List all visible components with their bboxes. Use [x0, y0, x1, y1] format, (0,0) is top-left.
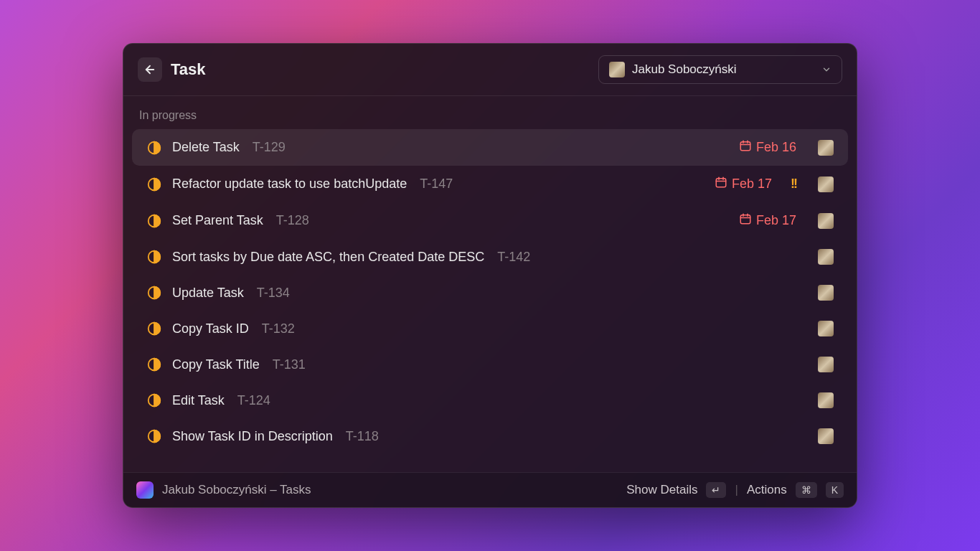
- task-title: Edit Task: [172, 393, 225, 408]
- task-list: Delete TaskT-129Feb 16Refactor update ta…: [123, 129, 857, 454]
- task-row[interactable]: Copy Task IDT-132: [132, 311, 848, 347]
- user-name: Jakub Soboczyński: [632, 62, 814, 77]
- arrow-left-icon: [143, 63, 156, 76]
- task-id: T-132: [262, 321, 295, 336]
- due-date: Feb 17: [715, 176, 772, 192]
- status-in-progress-icon: [146, 249, 162, 265]
- footer: Jakub Soboczyński – Tasks Show Details ↵…: [123, 472, 857, 507]
- status-in-progress-icon: [146, 285, 162, 301]
- due-date: Feb 17: [739, 212, 796, 229]
- task-title: Show Task ID in Description: [172, 429, 333, 444]
- calendar-icon: [715, 176, 727, 192]
- section-label: In progress: [123, 102, 857, 129]
- divider: |: [735, 483, 738, 497]
- status-in-progress-icon: [146, 213, 162, 229]
- task-title: Update Task: [172, 286, 244, 301]
- task-title: Set Parent Task: [172, 213, 263, 228]
- assignee-avatar: [818, 249, 834, 265]
- task-id: T-118: [346, 429, 379, 444]
- status-in-progress-icon: [146, 392, 162, 408]
- k-key: K: [826, 482, 844, 498]
- task-id: T-134: [257, 286, 290, 301]
- task-row[interactable]: Delete TaskT-129Feb 16: [132, 129, 848, 166]
- task-id: T-142: [497, 250, 530, 265]
- task-title: Copy Task ID: [172, 321, 249, 336]
- task-row[interactable]: Copy Task TitleT-131: [132, 347, 848, 382]
- assignee-avatar: [818, 213, 834, 229]
- status-in-progress-icon: [146, 321, 162, 336]
- priority-icon: !!: [791, 176, 796, 192]
- task-id: T-147: [420, 176, 453, 192]
- calendar-icon: [739, 139, 752, 156]
- status-in-progress-icon: [146, 176, 162, 192]
- header: Task Jakub Soboczyński: [123, 44, 857, 96]
- task-row[interactable]: Update TaskT-134: [132, 275, 848, 311]
- task-id: T-129: [253, 140, 286, 155]
- extension-icon: [136, 481, 154, 499]
- task-title: Refactor update task to use batchUpdate: [172, 176, 407, 192]
- task-list-body: In progress Delete TaskT-129Feb 16Refact…: [123, 96, 857, 472]
- task-title: Sort tasks by Due date ASC, then Created…: [172, 250, 484, 265]
- task-id: T-128: [276, 213, 309, 228]
- actions-menu[interactable]: Actions: [747, 483, 787, 497]
- show-details-action[interactable]: Show Details: [626, 483, 697, 497]
- svg-rect-2: [740, 142, 750, 151]
- task-row[interactable]: Refactor update task to use batchUpdateT…: [132, 166, 848, 202]
- status-in-progress-icon: [146, 357, 162, 372]
- task-row[interactable]: Edit TaskT-124: [132, 382, 848, 418]
- assignee-avatar: [818, 357, 834, 372]
- due-date: Feb 16: [739, 139, 796, 156]
- svg-rect-7: [716, 179, 726, 187]
- task-row[interactable]: Sort tasks by Due date ASC, then Created…: [132, 239, 848, 275]
- task-id: T-131: [273, 357, 306, 372]
- avatar: [609, 62, 625, 77]
- chevron-down-icon: [821, 65, 831, 75]
- assignee-avatar: [818, 140, 834, 156]
- page-title: Task: [171, 60, 598, 79]
- svg-rect-12: [740, 215, 750, 224]
- assignee-avatar: [818, 285, 834, 301]
- task-title: Copy Task Title: [172, 357, 260, 372]
- task-title: Delete Task: [172, 140, 240, 155]
- assignee-avatar: [818, 321, 834, 336]
- assignee-avatar: [818, 428, 834, 444]
- assignee-avatar: [818, 392, 834, 408]
- footer-actions: Show Details ↵ | Actions ⌘ K: [626, 482, 844, 498]
- status-in-progress-icon: [146, 140, 162, 156]
- back-button[interactable]: [138, 57, 162, 82]
- calendar-icon: [739, 212, 752, 229]
- cmd-key: ⌘: [796, 482, 817, 498]
- task-row[interactable]: Show Task ID in DescriptionT-118: [132, 418, 848, 454]
- enter-key: ↵: [706, 482, 726, 498]
- assignee-avatar: [818, 176, 834, 192]
- extension-name: Jakub Soboczyński – Tasks: [162, 483, 618, 497]
- user-selector[interactable]: Jakub Soboczyński: [598, 55, 842, 84]
- task-row[interactable]: Set Parent TaskT-128Feb 17: [132, 202, 848, 239]
- task-id: T-124: [237, 393, 270, 408]
- task-window: Task Jakub Soboczyński In progress Delet…: [123, 43, 857, 508]
- status-in-progress-icon: [146, 428, 162, 444]
